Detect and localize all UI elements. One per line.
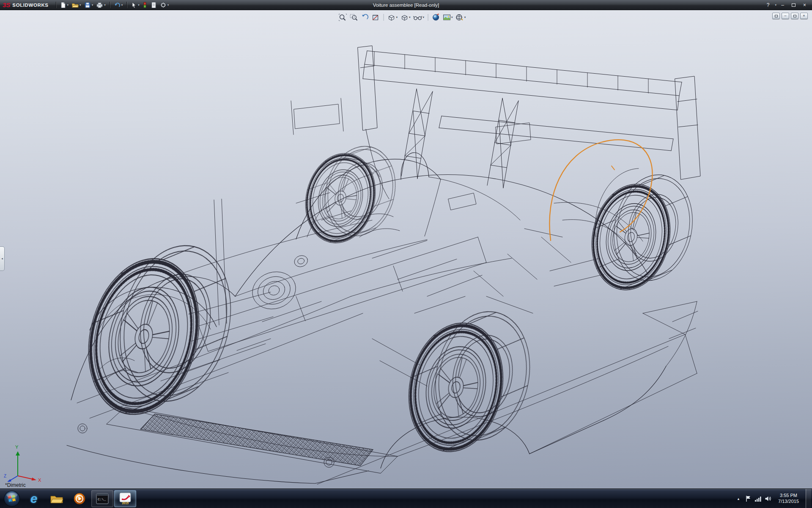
taskbar-item-solidworks[interactable]: 2015 <box>114 490 136 507</box>
dassault-3ds-icon: 3S <box>3 2 10 8</box>
view-orientation-label: *Dimetric <box>5 482 26 488</box>
media-player-icon <box>73 492 86 505</box>
appearance-ball-icon <box>431 14 440 21</box>
document-maximize-button[interactable] <box>791 13 798 19</box>
previous-view-icon <box>361 14 369 21</box>
dropdown-caret[interactable]: ▾ <box>167 3 169 6</box>
toolbar-separator <box>56 2 56 8</box>
show-desktop-button[interactable] <box>806 489 811 508</box>
edit-appearance-button[interactable] <box>431 13 441 22</box>
dropdown-caret[interactable]: ▾ <box>67 3 69 6</box>
car-body-wireframe <box>67 46 702 484</box>
action-center-flag-icon[interactable] <box>745 495 751 502</box>
front-splitter <box>107 407 398 473</box>
dropdown-caret[interactable]: ▾ <box>409 16 411 19</box>
wireframe-model-car <box>0 10 812 489</box>
dropdown-caret[interactable]: ▾ <box>396 16 398 19</box>
section-view-icon <box>372 14 380 21</box>
taskbar-item-command-prompt[interactable]: C:\_ <box>91 490 113 507</box>
dropdown-caret[interactable]: ▾ <box>464 16 466 19</box>
undo-button[interactable]: ▾ <box>112 1 124 9</box>
body-outline <box>67 152 666 483</box>
document-minimize-button[interactable]: – <box>782 13 789 19</box>
clock-date: 7/13/2015 <box>778 499 799 504</box>
heads-up-view-toolbar: ▾ ▾ ▾ ▾ ▾ <box>338 13 467 22</box>
select-button[interactable]: ▾ <box>129 1 141 9</box>
toolbar-separator <box>110 2 110 8</box>
wheel-front-left <box>73 227 246 433</box>
display-style-icon <box>400 14 409 21</box>
toolbar-separator <box>384 14 384 21</box>
dropdown-caret[interactable]: ▾ <box>121 3 123 6</box>
document-restore-button[interactable] <box>772 13 780 19</box>
new-document-button[interactable]: ▾ <box>58 1 70 9</box>
previous-view-button[interactable] <box>360 13 370 22</box>
toolbar-separator <box>126 2 127 8</box>
options-gear-icon <box>160 2 167 8</box>
zoom-to-fit-button[interactable] <box>338 13 348 22</box>
dropdown-caret[interactable]: ▾ <box>104 3 106 6</box>
maximize-button[interactable] <box>789 1 798 9</box>
orientation-triad: Y X Z <box>3 443 44 482</box>
folder-icon <box>50 493 63 504</box>
volume-icon[interactable] <box>765 495 771 502</box>
apply-scene-button[interactable]: ▾ <box>442 13 454 22</box>
graphics-area[interactable]: ▾ ▾ ▾ ▾ ▾ <box>0 10 812 489</box>
file-properties-icon <box>151 2 157 8</box>
save-floppy-icon <box>84 2 91 8</box>
dropdown-caret[interactable]: ▾ <box>451 16 453 19</box>
minimize-button[interactable]: – <box>778 1 787 9</box>
internet-explorer-icon: e <box>30 492 38 505</box>
dropdown-caret[interactable]: ▾ <box>80 3 81 6</box>
zoom-to-area-icon <box>350 14 358 21</box>
taskbar-item-explorer[interactable] <box>46 490 68 507</box>
dropdown-caret[interactable]: ▾ <box>423 16 425 19</box>
taskbar-clock[interactable]: 3:55 PM 7/13/2015 <box>775 493 802 504</box>
solidworks-logo: 3S SOLIDWORKS <box>0 2 54 8</box>
taskbar-item-media-player[interactable] <box>69 490 91 507</box>
taskbar: e C:\_ 2015 ▴ 3:55 PM <box>0 489 812 508</box>
drivetrain-detail <box>245 254 319 315</box>
title-bar: 3S SOLIDWORKS ▾ ▾ ▾ ▾ ▾ <box>0 0 812 10</box>
windows-start-orb-icon <box>3 490 20 507</box>
print-button[interactable]: ▾ <box>95 1 107 9</box>
open-button[interactable]: ▾ <box>70 1 82 9</box>
view-settings-button[interactable]: ▾ <box>455 13 467 22</box>
zoom-to-area-button[interactable] <box>349 13 359 22</box>
dropdown-caret[interactable]: ▾ <box>92 3 93 6</box>
hide-show-items-button[interactable]: ▾ <box>412 13 425 22</box>
dropdown-caret[interactable]: ▾ <box>138 3 140 6</box>
help-dropdown-caret[interactable]: ▾ <box>775 3 776 6</box>
display-style-button[interactable]: ▾ <box>399 13 411 22</box>
maximize-glyph <box>792 3 796 7</box>
toolbar-separator <box>428 14 428 21</box>
network-icon[interactable] <box>754 495 761 502</box>
file-properties-button[interactable] <box>149 1 158 9</box>
scene-icon <box>442 14 451 21</box>
app-name: SOLIDWORKS <box>12 3 48 8</box>
section-view-button[interactable] <box>371 13 381 22</box>
command-prompt-icon: C:\_ <box>96 493 109 504</box>
solidworks-window: 3S SOLIDWORKS ▾ ▾ ▾ ▾ ▾ <box>0 0 812 508</box>
save-button[interactable]: ▾ <box>83 1 95 9</box>
close-button[interactable]: × <box>800 1 809 9</box>
view-orientation-button[interactable]: ▾ <box>387 13 399 22</box>
cursor-arrow-icon <box>131 2 137 8</box>
open-folder-icon <box>71 2 79 8</box>
glasses-icon <box>413 14 422 21</box>
document-close-button[interactable]: × <box>800 13 808 19</box>
rebuild-traffic-icon <box>143 2 148 8</box>
start-button[interactable] <box>3 489 21 508</box>
cmd-prompt-text: C:\_ <box>98 497 106 501</box>
view-cube-icon <box>387 14 396 21</box>
tray-expand-button[interactable]: ▴ <box>735 497 742 501</box>
taskbar-item-internet-explorer[interactable]: e <box>23 490 45 507</box>
help-button[interactable]: ? <box>763 1 773 9</box>
window-controls: ? ▾ – × <box>763 1 812 9</box>
rebuild-button[interactable] <box>141 1 149 9</box>
selected-edge-highlight[interactable] <box>549 140 652 240</box>
panel-collapse-tab[interactable]: ◂ <box>0 246 5 271</box>
options-button[interactable]: ▾ <box>159 1 170 9</box>
solidworks-year-badge: 2015 <box>122 502 129 505</box>
maximize-glyph <box>793 15 796 17</box>
